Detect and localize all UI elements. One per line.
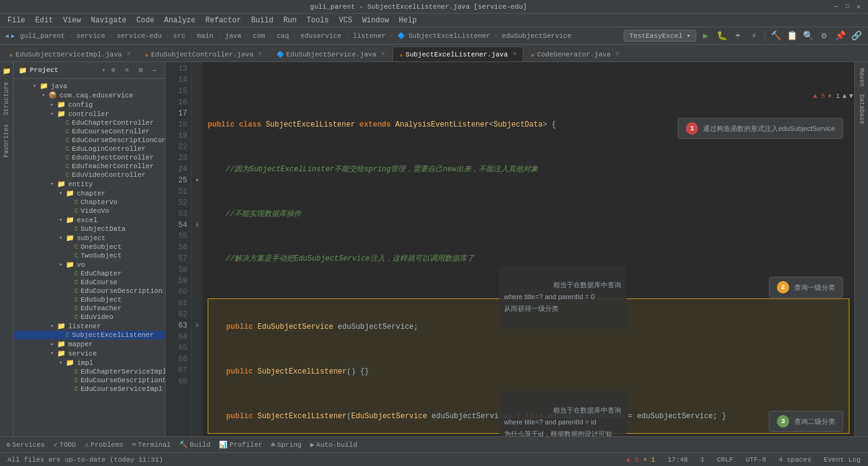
spring-btn[interactable]: ☘ Spring (267, 439, 305, 450)
menu-run[interactable]: Run (278, 14, 302, 27)
status-crlf[interactable]: CRLF (714, 455, 735, 464)
tree-package[interactable]: ▾ 📦 com.caq.eduservice (14, 91, 165, 100)
tree-controller[interactable]: ▾ 📁 controller (14, 109, 165, 119)
project-panel-btn[interactable]: 📁 (1, 65, 13, 77)
nav-com[interactable]: com (253, 32, 265, 40)
tree-settings-btn[interactable]: ⚙ (108, 65, 119, 76)
menu-edit[interactable]: Edit (30, 14, 58, 27)
structure-label[interactable]: Structure (2, 78, 11, 119)
tree-twosubject[interactable]: ▸ C TwoSubject (14, 251, 165, 260)
tab-edusubjectservice[interactable]: 🔷 EduSubjectService.java × (270, 47, 392, 61)
tree-eduteacher[interactable]: ▸ C EduTeacher (14, 304, 165, 313)
run-button[interactable]: ▶ (699, 29, 712, 43)
favorites-label[interactable]: Favorites (2, 120, 11, 161)
tree-educhaptercontroller[interactable]: ▸ C EduChapterController (14, 119, 165, 127)
menu-view[interactable]: View (58, 14, 86, 27)
tree-sort-btn[interactable]: ≡ (122, 65, 133, 76)
nav-eduservice[interactable]: eduservice (301, 32, 342, 40)
nav-project[interactable]: guli_parent (20, 32, 65, 40)
tab-close-4[interactable]: × (513, 51, 516, 58)
menu-refactor[interactable]: Refactor (200, 14, 246, 27)
nav-subjectexcellistener[interactable]: SubjectExcelListener (409, 32, 490, 40)
tree-educoursedescription[interactable]: ▸ C EduCourseDescription (14, 287, 165, 295)
tree-excel-folder[interactable]: ▾ 📁 excel (14, 215, 165, 225)
nav-service[interactable]: service (76, 32, 105, 40)
minimize-button[interactable]: — (832, 2, 841, 11)
tab-subjectexcellistener[interactable]: ☕ SubjectExcelListener.java × (392, 47, 523, 61)
toolbar-btn2[interactable]: 📋 (785, 29, 799, 43)
build-btn[interactable]: 🔨 Build (175, 439, 214, 450)
tree-chapter-folder[interactable]: ▾ 📁 chapter (14, 189, 165, 198)
tree-java[interactable]: ▾ 📁 java (14, 81, 165, 91)
todo-btn[interactable]: ✓ TODO (50, 439, 79, 450)
coverage-button[interactable]: ☂ (731, 29, 745, 43)
nav-main[interactable]: main (197, 32, 213, 40)
tab-close-3[interactable]: × (381, 51, 385, 58)
tree-config[interactable]: ▸ 📁 config (14, 100, 165, 109)
menu-navigate[interactable]: Navigate (86, 14, 131, 27)
status-indent[interactable]: 4 spaces (776, 455, 814, 464)
tab-edusubjectserviceimpl[interactable]: ☕ EduSubjectServiceImpl.java × (2, 47, 138, 61)
toolbar-btn3[interactable]: 🔍 (801, 29, 815, 43)
tab-edusubjectcontroller[interactable]: ☕ EduSubjectController.java × (138, 47, 269, 61)
tree-edulogincontroller[interactable]: ▸ C EduLoginController (14, 145, 165, 153)
tree-edusubject[interactable]: ▸ C EduSubject (14, 295, 165, 304)
menu-vcs[interactable]: VCS (334, 14, 358, 27)
tree-educhapterserviceimpl[interactable]: ▸ C EduChapterServiceImpl (14, 367, 165, 376)
toolbar-btn4[interactable]: ⚙ (817, 29, 831, 43)
tree-service-folder[interactable]: ▾ 📁 service (14, 349, 165, 358)
nav-run-config[interactable]: TestEasyExcel ▾ (624, 30, 696, 42)
maximize-button[interactable]: □ (843, 2, 852, 11)
tree-entity[interactable]: ▾ 📁 entity (14, 179, 165, 189)
maven-label[interactable]: Maven (857, 65, 866, 91)
tab-codegenerator[interactable]: ☕ CodeGenerator.java × (524, 47, 626, 61)
nav-caq[interactable]: caq (277, 32, 289, 40)
problems-btn[interactable]: ⚠ Problems (81, 439, 126, 450)
debug-button[interactable]: 🐛 (715, 29, 728, 43)
tree-onesubject[interactable]: ▸ C OneSubject (14, 243, 165, 251)
menu-code[interactable]: Code (131, 14, 159, 27)
tree-videovo[interactable]: ▸ C VideoVo (14, 207, 165, 215)
event-log-btn[interactable]: Event Log (822, 455, 863, 464)
tree-close-btn[interactable]: — (149, 65, 160, 76)
tree-eduvideo[interactable]: ▸ C EduVideo (14, 313, 165, 321)
toolbar-btn5[interactable]: 📌 (833, 29, 847, 43)
profiler-btn[interactable]: 📊 Profiler (215, 439, 266, 450)
build-button[interactable]: 🔨 (769, 29, 782, 43)
tree-educhapter[interactable]: ▸ C EduChapter (14, 269, 165, 278)
tree-filter-btn[interactable]: ⊞ (135, 65, 146, 76)
menu-tools[interactable]: Tools (302, 14, 334, 27)
tree-vo-folder[interactable]: ▾ 📁 vo (14, 260, 165, 269)
tree-educourseserviceimpl[interactable]: ▸ C EduCourseServiceImpl (14, 385, 165, 393)
nav-service-edu[interactable]: service-edu (117, 32, 162, 40)
terminal-btn[interactable]: ⌨ Terminal (128, 439, 174, 450)
menu-window[interactable]: Window (357, 14, 394, 27)
menu-help[interactable]: Help (394, 14, 422, 27)
nav-back[interactable]: ◀ (5, 32, 9, 40)
status-encoding[interactable]: UTF-8 (743, 455, 769, 464)
tree-educoursecontroller[interactable]: ▸ C EduCourseController (14, 127, 165, 136)
database-label[interactable]: Database (857, 91, 866, 128)
tab-close-5[interactable]: × (616, 51, 619, 58)
toolbar-btn6[interactable]: 🔗 (849, 29, 863, 43)
status-linecol[interactable]: 1 (698, 455, 707, 464)
nav-arrows-down[interactable]: ▼ (849, 92, 853, 100)
code-content[interactable]: public class SubjectExcelListener extend… (203, 62, 854, 436)
tree-mapper-folder[interactable]: ▸ 📁 mapper (14, 339, 165, 349)
menu-file[interactable]: File (2, 14, 30, 27)
nav-listener[interactable]: listener (353, 32, 386, 40)
menu-build[interactable]: Build (246, 14, 278, 27)
nav-java[interactable]: java (225, 32, 241, 40)
services-btn[interactable]: ⚙ Services (2, 439, 48, 450)
profile-button[interactable]: ⚡ (747, 29, 761, 43)
tree-listener-folder[interactable]: ▾ 📁 listener (14, 321, 165, 331)
nav-src[interactable]: src (173, 32, 185, 40)
auto-build-btn[interactable]: ▶ Auto-build (306, 439, 361, 450)
tree-edusubjectcontroller[interactable]: ▸ C EduSubjectController (14, 153, 165, 162)
close-button[interactable]: ✕ (854, 2, 863, 11)
tree-eduvideocontroller[interactable]: ▸ C EduVideoController (14, 171, 165, 179)
error-indicator[interactable]: ▲ 5 ⚡ 1 (624, 455, 658, 464)
nav-forward[interactable]: ▶ (11, 32, 15, 40)
tab-close-1[interactable]: × (127, 51, 131, 58)
tree-educoursedescriptioncontroller[interactable]: ▸ C EduCourseDescriptionControlle (14, 136, 165, 145)
